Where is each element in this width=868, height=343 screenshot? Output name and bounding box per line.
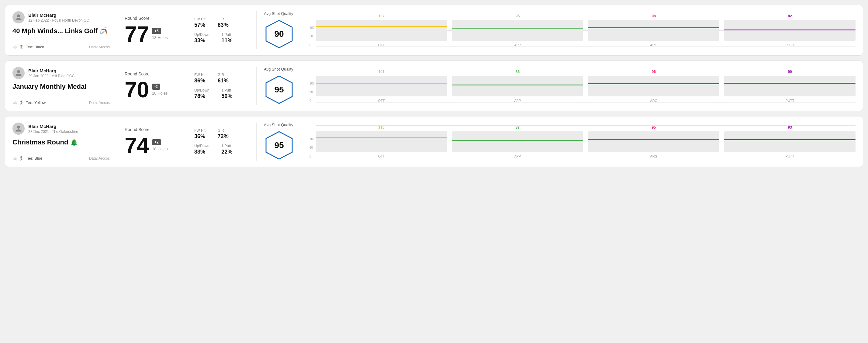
stat-oneputt: 1 Putt 56% xyxy=(221,88,232,99)
round-footer: ☁️ 🏌️ Tee: Blue Data: Arccos xyxy=(12,156,110,161)
gir-value: 72% xyxy=(218,133,229,139)
divider-3 xyxy=(256,123,257,161)
chart-bar-group: 107 OTT xyxy=(316,14,447,47)
score-value: 70 xyxy=(125,79,149,101)
player-name: Blair McHarg xyxy=(28,68,74,73)
gridline-top xyxy=(316,70,856,70)
hexagon-container: 95 xyxy=(264,130,294,161)
bar-bg xyxy=(588,76,719,96)
score-badge-pill: +2 xyxy=(152,139,161,145)
tee-info: ☁️ 🏌️ Tee: Blue xyxy=(12,156,42,161)
score-row: 70 -2 18 Holes xyxy=(125,79,179,101)
divider-2 xyxy=(187,67,187,105)
bag-icon: 🏌️ xyxy=(19,156,24,161)
stat-gir: GIR 72% xyxy=(218,128,229,139)
oneputt-value: 56% xyxy=(221,93,232,99)
bar-bg xyxy=(588,131,719,152)
tee-label: Tee: Yellow xyxy=(26,100,45,105)
y-label-100: 100 xyxy=(310,26,315,30)
divider-1 xyxy=(117,11,117,49)
player-meta: 12 Feb 2022 · Royal North Devon GC xyxy=(28,18,89,23)
round-card-2: Blair McHarg 27 Dec 2021 · The Oxfordshi… xyxy=(5,116,863,167)
divider-1 xyxy=(117,67,117,105)
score-badge-pill: -2 xyxy=(152,84,160,90)
gir-value: 61% xyxy=(218,77,229,84)
bar-line xyxy=(724,30,856,30)
avatar-icon xyxy=(15,125,22,132)
bar-bg xyxy=(452,20,583,41)
stats-row-bottom: Up/Down 33% 1 Putt 11% xyxy=(194,33,249,44)
tee-label: Tee: Blue xyxy=(26,156,42,161)
score-holes: 18 Holes xyxy=(152,91,167,95)
score-section: Round Score 77 +5 18 Holes xyxy=(125,11,179,49)
chart-bar-group: 99 PUTT xyxy=(724,70,856,102)
bar-bg xyxy=(588,20,719,41)
score-label: Round Score xyxy=(125,127,179,132)
stat-oneputt: 1 Putt 22% xyxy=(221,144,232,155)
divider-1 xyxy=(117,123,117,161)
bar-value: 99 xyxy=(788,70,792,74)
stat-updown: Up/Down 33% xyxy=(194,33,209,44)
gridline-bottom xyxy=(316,102,856,102)
tee-label: Tee: Black xyxy=(26,45,44,49)
updown-value: 33% xyxy=(194,149,209,155)
bar-line xyxy=(724,139,856,140)
bar-bg xyxy=(724,20,856,41)
round-card-0: Blair McHarg 12 Feb 2022 · Royal North D… xyxy=(5,5,863,56)
player-info: Blair McHarg 29 Jan 2022 · Mill Ride GCC xyxy=(28,68,74,78)
updown-label: Up/Down xyxy=(194,144,209,148)
bar-value: 107 xyxy=(378,14,384,18)
chart-bar-group: 101 OTT xyxy=(316,70,447,102)
score-holes: 18 Holes xyxy=(152,147,167,151)
y-label-100: 100 xyxy=(310,137,315,141)
bar-value: 82 xyxy=(788,14,792,18)
hexagon-container: 95 xyxy=(264,74,294,105)
bar-value: 93 xyxy=(788,125,792,129)
bar-line xyxy=(588,139,719,140)
score-value: 74 xyxy=(125,134,149,156)
chart-bar-group: 95 ARG xyxy=(588,125,719,158)
stats-row-top: FW Hit 86% GIR 61% xyxy=(194,73,249,84)
chart-section: 100 50 0 101 OTT xyxy=(303,67,856,105)
oneputt-label: 1 Putt xyxy=(221,144,232,148)
y-label-50: 50 xyxy=(310,35,315,38)
hexagon-container: 90 xyxy=(264,19,294,49)
gridline-bottom xyxy=(316,158,856,158)
score-badge: +5 18 Holes xyxy=(152,28,167,40)
hexagon-score: 95 xyxy=(274,141,284,150)
round-title: January Monthly Medal xyxy=(12,83,110,91)
score-label: Round Score xyxy=(125,16,179,21)
updown-value: 33% xyxy=(194,37,209,44)
data-source: Data: Arccos xyxy=(89,45,110,49)
gir-label: GIR xyxy=(218,73,229,77)
updown-label: Up/Down xyxy=(194,88,209,92)
y-axis: 100 50 0 xyxy=(310,26,315,47)
y-label-0: 0 xyxy=(310,155,315,158)
bar-bg xyxy=(316,76,447,96)
avatar-icon xyxy=(15,69,22,76)
fw-hit-value: 57% xyxy=(194,22,206,28)
stats-row-bottom: Up/Down 33% 1 Putt 22% xyxy=(194,144,249,155)
player-name: Blair McHarg xyxy=(28,12,89,18)
score-row: 74 +2 18 Holes xyxy=(125,134,179,156)
bar-line xyxy=(452,140,583,141)
divider-3 xyxy=(256,11,257,49)
divider-2 xyxy=(187,123,187,161)
round-footer: ☁️ 🏌️ Tee: Yellow Data: Arccos xyxy=(12,100,110,105)
player-header: Blair McHarg 12 Feb 2022 · Royal North D… xyxy=(12,11,110,23)
score-section: Round Score 74 +2 18 Holes xyxy=(125,123,179,161)
bar-line xyxy=(316,83,447,84)
bar-value: 98 xyxy=(652,14,656,18)
gir-label: GIR xyxy=(218,128,229,132)
bar-value: 110 xyxy=(378,125,384,129)
tee-info: ☁️ 🏌️ Tee: Yellow xyxy=(12,100,45,105)
round-card-1: Blair McHarg 29 Jan 2022 · Mill Ride GCC… xyxy=(5,61,863,111)
bars-container: 110 OTT 87 APP 95 ARG xyxy=(316,125,856,158)
chart-section: 100 50 0 107 OTT xyxy=(303,11,856,49)
quality-section: Avg Shot Quality 95 xyxy=(264,123,303,161)
player-header: Blair McHarg 29 Jan 2022 · Mill Ride GCC xyxy=(12,67,110,79)
chart-bar-group: 87 APP xyxy=(452,125,583,158)
score-value: 77 xyxy=(125,23,149,45)
chart-bar-group: 86 APP xyxy=(452,70,583,102)
stat-fw-hit: FW Hit 36% xyxy=(194,128,206,139)
